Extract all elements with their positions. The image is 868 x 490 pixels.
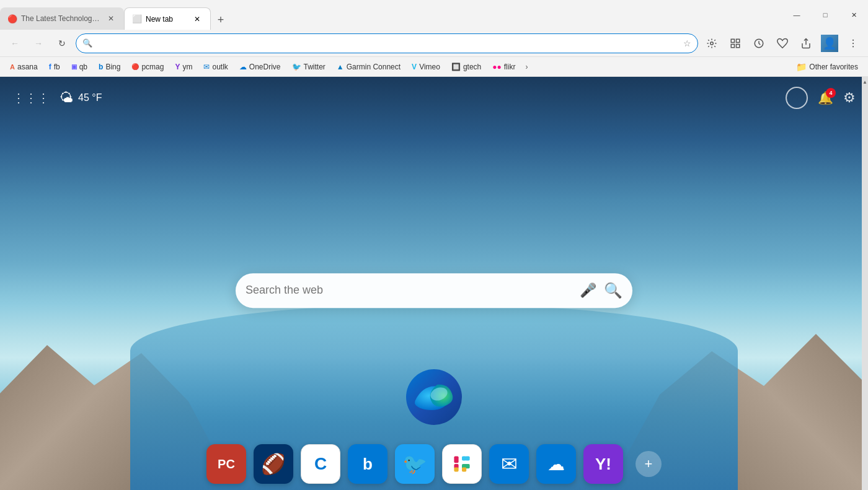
outlk-icon: ✉	[203, 63, 210, 71]
address-search-icon: 🔍	[82, 38, 92, 48]
gtech-label: gtech	[463, 63, 481, 71]
search-container: 🎤 🔍	[236, 273, 632, 308]
address-bar[interactable]: 🔍 ☆	[76, 33, 698, 53]
qa-twitter[interactable]: 🐦	[395, 444, 435, 484]
bookmark-flikr[interactable]: ●● flikr	[487, 61, 520, 73]
page-settings-button[interactable]: ⚙	[843, 90, 856, 106]
bookmark-ym[interactable]: Y ym	[170, 61, 197, 73]
asana-label: asana	[17, 63, 38, 71]
qa-bing[interactable]: b	[348, 444, 388, 484]
svg-rect-17	[454, 467, 458, 471]
svg-rect-4	[737, 44, 740, 47]
add-shortcut-button[interactable]: +	[636, 451, 662, 477]
favorites-button[interactable]	[773, 33, 792, 53]
svg-rect-1	[731, 39, 734, 42]
qa-outlook[interactable]: ✉	[489, 444, 529, 484]
profile-avatar: 👤	[821, 35, 838, 52]
bookmark-qb[interactable]: ▣ qb	[66, 61, 92, 73]
favorites-star-icon[interactable]: ☆	[683, 38, 691, 48]
bookmark-gtech[interactable]: 🔲 gtech	[446, 61, 486, 73]
bookmark-garmin[interactable]: ▲ Garmin Connect	[332, 61, 405, 73]
scroll-up-button[interactable]: ▲	[862, 77, 868, 87]
qa-bing-icon: b	[348, 444, 388, 484]
share-button[interactable]	[796, 33, 816, 53]
quick-access-row: PC 🏈 C b 🐦	[0, 444, 868, 484]
window-controls: — □ ✕	[782, 5, 868, 25]
qa-cortana[interactable]: C	[301, 444, 340, 484]
tab-new-icon: ⬜	[132, 14, 142, 24]
tab-tech-close[interactable]: ✕	[105, 13, 117, 24]
tab-tech-title: The Latest Technology Product R	[21, 14, 102, 23]
qa-slack-icon	[442, 444, 482, 484]
qa-cortana-icon: C	[301, 444, 340, 484]
weather-widget[interactable]: 🌤 45 °F	[60, 90, 102, 106]
tab-new[interactable]: ⬜ New tab ✕	[124, 7, 211, 30]
new-tab-button[interactable]: +	[211, 10, 231, 30]
maximize-button[interactable]: □	[811, 5, 839, 25]
qa-slack[interactable]	[442, 444, 482, 484]
onedrive-label: OneDrive	[249, 63, 281, 71]
qb-label: qb	[79, 63, 87, 71]
tab-tech[interactable]: 🔴 The Latest Technology Product R ✕	[0, 7, 124, 30]
history-button[interactable]	[749, 33, 769, 53]
qa-pcmag-icon: PC	[206, 444, 246, 484]
search-box: 🎤 🔍	[236, 273, 632, 308]
qa-pcmag[interactable]: PC	[206, 444, 246, 484]
close-button[interactable]: ✕	[839, 5, 868, 25]
qa-yahoo-icon: Y!	[583, 444, 623, 484]
add-icon: +	[645, 456, 653, 472]
extensions-button[interactable]	[702, 33, 722, 53]
tab-new-close[interactable]: ✕	[192, 14, 203, 25]
profile-button[interactable]: 👤	[820, 33, 839, 53]
refresh-button[interactable]: ↻	[52, 33, 72, 53]
svg-rect-3	[731, 44, 734, 47]
bookmark-twitter[interactable]: 🐦 Twitter	[287, 61, 330, 73]
other-favorites-button[interactable]: 📁 Other favorites	[791, 60, 863, 74]
bookmark-fb[interactable]: f fb	[44, 61, 65, 73]
bookmarks-more-button[interactable]: ›	[521, 61, 531, 73]
qa-yahoo[interactable]: Y!	[583, 444, 623, 484]
more-button[interactable]	[843, 33, 863, 53]
mic-icon[interactable]: 🎤	[580, 282, 596, 299]
notifications-badge: 4	[826, 88, 836, 98]
qa-nfl-icon: 🏈	[254, 444, 293, 484]
apps-grid-icon[interactable]: ⋮⋮⋮	[12, 90, 50, 105]
bookmark-onedrive[interactable]: ☁ OneDrive	[234, 61, 286, 73]
garmin-icon: ▲	[337, 63, 344, 71]
back-button[interactable]: ←	[5, 33, 25, 53]
svg-point-0	[711, 42, 714, 45]
search-button[interactable]: 🔍	[604, 282, 622, 299]
svg-rect-15	[465, 456, 469, 460]
twitter-icon: 🐦	[292, 63, 301, 71]
address-input[interactable]	[96, 38, 680, 48]
tab-tech-icon: 🔴	[7, 14, 17, 24]
tab-area: 🔴 The Latest Technology Product R ✕ ⬜ Ne…	[0, 0, 782, 30]
bookmark-asana[interactable]: A asana	[5, 61, 43, 73]
bookmarks-bar: A asana f fb ▣ qb b Bing 🔴 pcmag Y ym ✉ …	[0, 57, 868, 77]
svg-rect-18	[462, 467, 466, 471]
collections-button[interactable]	[725, 33, 745, 53]
svg-point-9	[852, 46, 854, 47]
bookmark-vimeo[interactable]: V Vimeo	[407, 61, 445, 73]
twitter-label: Twitter	[304, 63, 326, 71]
bookmark-pcmag[interactable]: 🔴 pcmag	[126, 61, 169, 73]
ym-label: ym	[182, 63, 192, 71]
asana-icon: A	[10, 63, 15, 71]
scrollbar[interactable]: ▲	[862, 77, 868, 490]
notifications-button[interactable]: 🔔 4	[818, 90, 833, 105]
weather-temperature: 45 °F	[78, 92, 102, 103]
other-favorites-label: Other favorites	[809, 63, 858, 71]
qa-nfl[interactable]: 🏈	[254, 444, 293, 484]
svg-point-7	[852, 39, 854, 40]
bookmark-outlk[interactable]: ✉ outlk	[198, 61, 232, 73]
minimize-button[interactable]: —	[782, 5, 811, 25]
bookmark-bing[interactable]: b Bing	[94, 61, 125, 73]
forward-button[interactable]: →	[29, 33, 48, 53]
search-input[interactable]	[246, 284, 572, 297]
qa-onedrive[interactable]: ☁	[536, 444, 576, 484]
qb-icon: ▣	[71, 63, 77, 70]
bing-label: Bing	[105, 63, 120, 71]
ym-icon: Y	[175, 63, 180, 71]
circle-profile-button[interactable]	[786, 87, 808, 109]
qa-twitter-icon: 🐦	[395, 444, 435, 484]
